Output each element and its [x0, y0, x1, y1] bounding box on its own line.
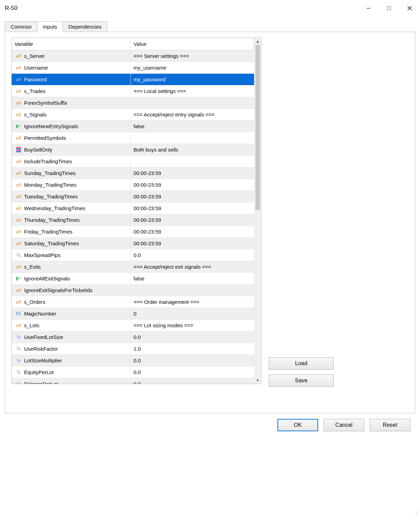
variable-name: Tuesday_TradingTimes	[24, 194, 78, 199]
minimize-button[interactable]	[358, 0, 379, 17]
value-cell[interactable]: 00:00-23:59	[131, 226, 254, 237]
value-cell[interactable]: 1.0	[131, 343, 254, 354]
table-row[interactable]: ½LotSizeMultiplier0.0	[12, 355, 254, 367]
table-row[interactable]: abPasswordmy_password	[12, 74, 254, 85]
table-row[interactable]: abForexSymbolSuffix	[12, 97, 254, 109]
vertical-scrollbar[interactable]: ▲ ▼	[254, 38, 261, 384]
value-cell[interactable]	[131, 132, 254, 144]
variable-cell: abPassword	[12, 74, 131, 85]
value-cell[interactable]: 00:00-23:59	[131, 203, 254, 214]
value-cell[interactable]: 00:00-23:59	[131, 238, 254, 249]
table-row[interactable]: IgnoreNewEntrySignalsfalse	[12, 121, 254, 132]
variable-cell: ½UseRiskFactor	[12, 343, 131, 354]
table-row[interactable]: abs_Trades=== Local settings ===	[12, 85, 254, 97]
value-cell[interactable]: 00:00-23:59	[131, 179, 254, 190]
ok-button[interactable]: OK	[277, 419, 318, 431]
load-button[interactable]: Load	[269, 357, 334, 370]
value-text: 00:00-23:59	[134, 217, 161, 223]
resize-grip[interactable]	[413, 509, 419, 515]
value-cell[interactable]: false	[131, 121, 254, 132]
value-cell[interactable]: my_password	[131, 74, 254, 85]
scroll-thumb[interactable]	[255, 45, 260, 210]
value-cell[interactable]: 0.0	[131, 331, 254, 343]
table-row[interactable]: abThursday_TradingTimes00:00-23:59	[12, 214, 254, 226]
value-text: false	[134, 123, 145, 129]
table-row[interactable]: abIncludeTradingTimes	[12, 156, 254, 167]
table-row[interactable]: abSaturday_TradingTimes00:00-23:59	[12, 238, 254, 249]
table-row[interactable]: abTuesday_TradingTimes00:00-23:59	[12, 191, 254, 203]
table-row[interactable]: ½UseFixedLotSize0.0	[12, 331, 254, 343]
value-text: Both buys and sells	[134, 147, 178, 153]
close-button[interactable]	[399, 0, 420, 17]
value-cell[interactable]: === Accept/reject exit signals ===	[131, 261, 254, 272]
table-row[interactable]: abMonday_TradingTimes00:00-23:59	[12, 179, 254, 191]
scroll-up-arrow[interactable]: ▲	[254, 38, 261, 45]
column-header-value[interactable]: Value	[131, 38, 254, 50]
table-row[interactable]: BuySellOnlyBoth buys and sells	[12, 144, 254, 156]
table-row[interactable]: ½EquityPerLot0.0	[12, 367, 254, 378]
table-row[interactable]: ½BalancePerLot0.0	[12, 378, 254, 384]
value-cell[interactable]: 00:00-23:59	[131, 167, 254, 179]
maximize-button[interactable]	[379, 0, 399, 17]
maximize-icon	[387, 6, 391, 11]
cancel-button[interactable]: Cancel	[324, 419, 364, 431]
variable-cell: abs_Server	[12, 50, 131, 62]
value-cell[interactable]: 0.0	[131, 249, 254, 261]
table-row[interactable]: abUsernamemy_username	[12, 62, 254, 74]
table-row[interactable]: abs_Signals=== Accept/reject entry signa…	[12, 109, 254, 121]
tab-dependencies[interactable]: Dependencies	[63, 21, 107, 32]
reset-button[interactable]: Reset	[370, 419, 410, 431]
table-row[interactable]: abs_Exits=== Accept/reject exit signals …	[12, 261, 254, 273]
double-type-icon: ½	[14, 369, 23, 375]
value-text: my_password	[134, 76, 166, 82]
variable-cell: abThursday_TradingTimes	[12, 214, 131, 226]
value-text: 0.0	[134, 334, 141, 340]
value-cell[interactable]	[131, 156, 254, 167]
tab-inputs[interactable]: Inputs	[37, 21, 63, 32]
value-cell[interactable]: === Accept/reject entry signals ===	[131, 109, 254, 120]
string-type-icon: ab	[14, 299, 23, 305]
variable-name: Thursday_TradingTimes	[24, 217, 80, 223]
value-cell[interactable]	[131, 285, 254, 296]
value-cell[interactable]: === Local settings ===	[131, 85, 254, 97]
string-type-icon: ab	[14, 194, 23, 199]
value-cell[interactable]: === Server settings ===	[131, 50, 254, 62]
value-cell[interactable]: 00:00-23:59	[131, 214, 254, 226]
table-row[interactable]: 01MagicNumber0	[12, 308, 254, 320]
value-text: 00:00-23:59	[134, 194, 161, 199]
table-row[interactable]: ½MaxSpreadPips0.0	[12, 249, 254, 261]
tab-panel: Variable Value abs_Server=== Server sett…	[5, 32, 415, 413]
column-header-variable[interactable]: Variable	[12, 38, 131, 50]
value-cell[interactable]	[131, 97, 254, 109]
save-button[interactable]: Save	[269, 374, 334, 387]
value-cell[interactable]: === Lot sizing modes ===	[131, 320, 254, 331]
value-cell[interactable]: 0.0	[131, 355, 254, 366]
value-cell[interactable]: 0	[131, 308, 254, 319]
table-row[interactable]: abFriday_TradingTimes00:00-23:59	[12, 226, 254, 238]
table-row[interactable]: abs_Lots=== Lot sizing modes ===	[12, 320, 254, 331]
table-row[interactable]: abs_Server=== Server settings ===	[12, 50, 254, 62]
scroll-track[interactable]	[254, 45, 261, 377]
table-row[interactable]: abs_Orders=== Order management ===	[12, 296, 254, 308]
table-row[interactable]: abIgnoreExitSignalsForTicketIds	[12, 285, 254, 296]
value-cell[interactable]: false	[131, 273, 254, 284]
table-row[interactable]: abWednesday_TradingTimes00:00-23:59	[12, 203, 254, 214]
tab-common[interactable]: Common	[5, 21, 38, 32]
table-row[interactable]: abPermittedSymbols	[12, 132, 254, 144]
value-text: 00:00-23:59	[134, 170, 161, 176]
table-row[interactable]: ½UseRiskFactor1.0	[12, 343, 254, 355]
value-cell[interactable]: my_username	[131, 62, 254, 73]
variable-name: IgnoreNewEntrySignals	[24, 123, 78, 129]
variable-name: MagicNumber	[24, 311, 56, 317]
value-cell[interactable]: 0.0	[131, 378, 254, 384]
table-row[interactable]: abSunday_TradingTimes00:00-23:59	[12, 167, 254, 179]
string-type-icon: ab	[14, 53, 23, 59]
scroll-down-arrow[interactable]: ▼	[254, 377, 261, 384]
variable-name: Password	[24, 76, 47, 82]
value-cell[interactable]: === Order management ===	[131, 296, 254, 308]
value-cell[interactable]: 0.0	[131, 367, 254, 378]
svg-point-9	[418, 514, 418, 514]
value-cell[interactable]: 00:00-23:59	[131, 191, 254, 202]
value-cell[interactable]: Both buys and sells	[131, 144, 254, 155]
table-row[interactable]: IgnoreAllExitSignalsfalse	[12, 273, 254, 285]
